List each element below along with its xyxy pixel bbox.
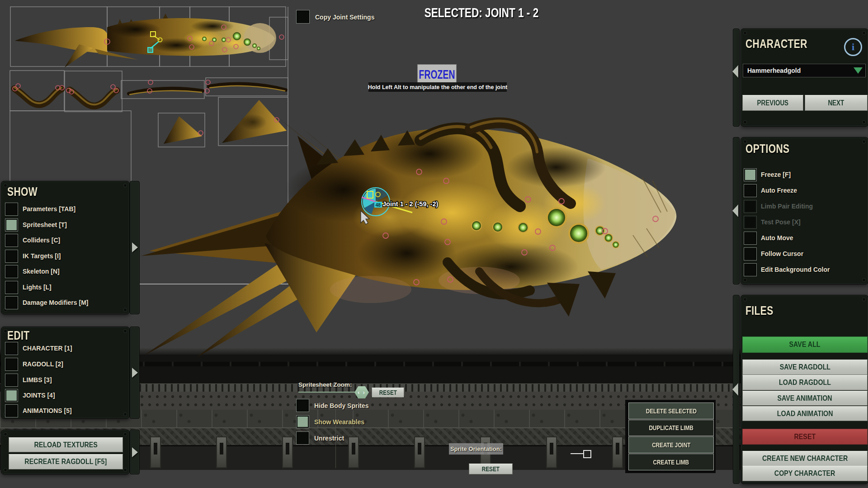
copy-joint-settings-checkbox[interactable] xyxy=(296,10,310,24)
recreate-ragdoll-button[interactable]: RECREATE RAGDOLL [F5] xyxy=(9,454,123,469)
hide-body-sprites-label: Hide Body Sprites xyxy=(314,402,369,409)
spritesheet-zoom-slider-track[interactable] xyxy=(298,392,358,393)
edit-character-label: CHARACTER [1] xyxy=(23,345,72,352)
sprite-orientation-reset-button[interactable]: RESET xyxy=(469,464,513,474)
edit-animations-label: ANIMATIONS [5] xyxy=(23,407,72,414)
selected-joint-title: SELECTED: JOINT 1 - 2 xyxy=(407,5,556,20)
show-panel-title: SHOW xyxy=(7,186,38,198)
copy-joint-settings-label: Copy Joint Settings xyxy=(315,14,374,21)
character-panel: CHARACTER i Hammerheadgold PREVIOUS NEXT xyxy=(741,28,868,127)
show-lights-label: Lights [L] xyxy=(23,284,52,291)
show-skeleton-label: Skeleton [N] xyxy=(23,268,60,275)
chevron-left-icon xyxy=(732,204,738,217)
edit-animations-checkbox[interactable] xyxy=(5,404,18,417)
edit-ragdoll-checkbox[interactable] xyxy=(5,358,18,371)
option-limb-pair-editing-checkbox xyxy=(744,200,757,213)
show-spritesheet-checkbox[interactable] xyxy=(5,218,18,232)
character-dropdown[interactable]: Hammerheadgold xyxy=(743,64,866,77)
option-freeze-checkbox[interactable] xyxy=(744,168,757,181)
hide-body-sprites-checkbox[interactable] xyxy=(296,399,309,412)
copy-character-button[interactable]: COPY CHARACTER xyxy=(742,466,868,481)
options-panel-title: OPTIONS xyxy=(745,143,790,155)
option-follow-cursor-checkbox[interactable] xyxy=(744,247,757,261)
show-lights-checkbox[interactable] xyxy=(5,281,18,294)
create-limb-button[interactable]: CREATE LIMB xyxy=(628,454,714,470)
show-parameters-checkbox[interactable] xyxy=(5,203,18,216)
unrestrict-label: Unrestrict xyxy=(314,435,344,442)
chevron-down-icon xyxy=(854,67,863,74)
edit-joints-label: JOINTS [4] xyxy=(23,392,55,399)
save-all-button[interactable]: SAVE ALL xyxy=(742,336,868,353)
tools-panel-collapse-handle[interactable] xyxy=(130,430,140,474)
reload-textures-button[interactable]: RELOAD TEXTURES xyxy=(9,437,123,452)
character-panel-title: CHARACTER xyxy=(745,38,807,50)
option-follow-cursor-label: Follow Cursor xyxy=(761,250,803,257)
save-ragdoll-button[interactable]: SAVE RAGDOLL xyxy=(742,360,868,375)
reset-all-button[interactable]: RESET xyxy=(742,429,868,445)
chevron-right-icon xyxy=(132,242,138,252)
option-edit-background-color-checkbox[interactable] xyxy=(744,263,757,276)
tools-panel: RELOAD TEXTURES RECREATE RAGDOLL [F5] xyxy=(1,430,130,474)
unrestrict-checkbox[interactable] xyxy=(296,431,309,445)
show-wearables-checkbox[interactable] xyxy=(296,415,309,428)
sprite-orientation-slider-track[interactable] xyxy=(571,453,584,454)
limb-actions-panel: DELETE SELECTED DUPLICATE LIMB CREATE JO… xyxy=(625,400,716,473)
option-edit-background-color-label: Edit Background Color xyxy=(761,266,830,273)
show-ik-targets-checkbox[interactable] xyxy=(5,250,18,263)
next-character-button[interactable]: NEXT xyxy=(805,95,868,111)
info-icon[interactable]: i xyxy=(844,38,862,56)
files-panel: FILES SAVE ALL SAVE RAGDOLL LOAD RAGDOLL… xyxy=(741,295,868,484)
edit-joints-checkbox[interactable] xyxy=(5,389,18,402)
chevron-right-icon xyxy=(132,447,138,457)
load-ragdoll-button[interactable]: LOAD RAGDOLL xyxy=(742,375,868,390)
previous-character-button[interactable]: PREVIOUS xyxy=(742,95,803,111)
duplicate-limb-button[interactable]: DUPLICATE LIMB xyxy=(628,420,714,436)
edit-character-checkbox[interactable] xyxy=(5,342,18,355)
show-panel-collapse-handle[interactable] xyxy=(130,181,140,314)
show-wearables-label: Show Wearables xyxy=(314,418,364,426)
show-colliders-label: Colliders [C] xyxy=(23,237,60,244)
character-editor-window: 48 Joint 1 - 2 (-59, -2) Copy Joint Sett… xyxy=(0,0,868,488)
edit-limbs-checkbox[interactable] xyxy=(5,374,18,387)
joint-angle-badge-text: 48 xyxy=(376,202,381,208)
edit-panel: EDIT CHARACTER [1] RAGDOLL [2] LIMBS [3]… xyxy=(1,327,130,419)
chevron-left-icon xyxy=(732,383,738,396)
character-panel-collapse-handle[interactable] xyxy=(733,28,740,127)
edit-ragdoll-label: RAGDOLL [2] xyxy=(23,360,63,368)
load-animation-button[interactable]: LOAD ANIMATION xyxy=(742,406,868,421)
save-animation-button[interactable]: SAVE ANIMATION xyxy=(742,391,868,406)
create-new-character-button[interactable]: CREATE NEW CHARACTER xyxy=(742,451,868,466)
joint-tooltip: Hold Left Alt to manipulate the other en… xyxy=(368,82,507,92)
options-panel-collapse-handle[interactable] xyxy=(733,137,740,284)
chevron-left-icon xyxy=(732,65,738,78)
spritesheet-zoom-reset-button[interactable]: RESET xyxy=(372,388,404,398)
spritesheet-zoom-label: Spritesheet Zoom: xyxy=(298,381,352,388)
options-panel: OPTIONS Freeze [F] Auto Freeze Limb Pair… xyxy=(741,137,868,284)
show-ik-targets-label: IK Targets [I] xyxy=(23,252,61,260)
joint-label: Joint 1 - 2 (-59, -2) xyxy=(382,200,438,208)
edit-panel-collapse-handle[interactable] xyxy=(130,327,140,419)
option-limb-pair-editing-label: Limb Pair Editing xyxy=(761,203,813,210)
option-auto-freeze-checkbox[interactable] xyxy=(744,184,757,197)
show-spritesheet-label: Spritesheet [T] xyxy=(23,221,67,228)
show-parameters-label: Parameters [TAB] xyxy=(23,205,75,213)
chevron-right-icon xyxy=(132,368,138,378)
files-panel-title: FILES xyxy=(745,305,774,317)
option-auto-move-checkbox[interactable] xyxy=(744,232,757,245)
option-test-pose-checkbox xyxy=(744,216,757,229)
show-skeleton-checkbox[interactable] xyxy=(5,265,18,278)
edit-panel-title: EDIT xyxy=(7,330,30,342)
option-auto-freeze-label: Auto Freeze xyxy=(761,187,797,194)
edit-limbs-label: LIMBS [3] xyxy=(23,376,52,384)
sprite-orientation-label-box: Sprite Orientation: xyxy=(449,443,503,455)
sprite-orientation-slider-handle[interactable] xyxy=(583,450,591,458)
create-joint-button[interactable]: CREATE JOINT xyxy=(628,436,714,453)
option-freeze-label: Freeze [F] xyxy=(761,171,791,178)
files-panel-collapse-handle[interactable] xyxy=(733,295,740,484)
option-test-pose-label: Test Pose [X] xyxy=(761,218,801,226)
character-dropdown-value: Hammerheadgold xyxy=(747,67,801,74)
delete-selected-button[interactable]: DELETE SELECTED xyxy=(628,403,714,419)
sprite-orientation-label: Sprite Orientation: xyxy=(450,445,502,452)
show-damage-modifiers-checkbox[interactable] xyxy=(5,296,18,309)
show-colliders-checkbox[interactable] xyxy=(5,234,18,247)
